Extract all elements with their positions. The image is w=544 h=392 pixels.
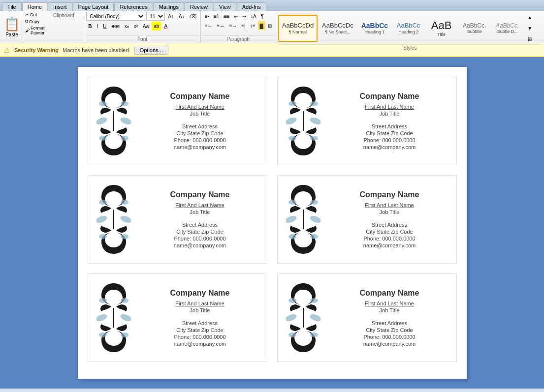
styles-scroll-up[interactable]: ▲: [525, 13, 534, 22]
justify-button[interactable]: ≡|: [239, 21, 247, 30]
italic-button[interactable]: I: [95, 22, 100, 30]
font-family-select[interactable]: Calibri (Body): [86, 12, 145, 21]
svg-point-31: [96, 313, 108, 322]
align-left-button[interactable]: ≡←: [203, 21, 215, 30]
card-logo: [94, 84, 133, 158]
card-address: Street Address: [182, 123, 218, 129]
svg-point-21: [288, 200, 296, 205]
change-case-button[interactable]: Aa: [141, 22, 151, 30]
svg-point-24: [286, 214, 297, 224]
svg-point-19: [99, 234, 107, 239]
card-city-state-zip: City State Zip Code: [366, 327, 413, 333]
card-job-title: Job Title: [190, 307, 210, 313]
tab-add-ins[interactable]: Add-Ins: [237, 2, 266, 11]
card-company-name: Company Name: [170, 92, 230, 101]
document-page: Company Name First And Last Name Job Tit…: [78, 67, 467, 379]
paste-button[interactable]: 📋 Paste: [2, 12, 22, 42]
increase-font-button[interactable]: A↑: [166, 12, 176, 21]
tab-mailings[interactable]: Mailings: [154, 2, 184, 11]
svg-point-32: [119, 313, 130, 322]
styles-more[interactable]: ⊞: [525, 34, 534, 43]
tab-references[interactable]: References: [114, 2, 153, 11]
card-address: Street Address: [372, 320, 407, 326]
style-heading1[interactable]: AaBbCc Heading 1: [358, 15, 391, 42]
superscript-button[interactable]: x²: [132, 22, 140, 30]
font-group: Calibri (Body) 11 A↑ A↓ ⌫ B I U abc x₂ x…: [84, 11, 200, 43]
increase-indent-button[interactable]: ⇥: [240, 12, 248, 21]
decrease-indent-button[interactable]: ⇤: [232, 12, 240, 21]
font-color-button[interactable]: A: [162, 22, 169, 30]
styles-scroll-down[interactable]: ▼: [525, 24, 534, 32]
format-painter-button[interactable]: 🖌 Format Painter: [24, 25, 46, 36]
copy-button[interactable]: ⧉ Copy: [24, 18, 46, 25]
style-heading2-label: Heading 2: [398, 30, 418, 34]
style-subtitle[interactable]: AaBbCc. Subtitle: [458, 15, 490, 42]
bold-button[interactable]: B: [86, 22, 94, 30]
style-title-label: Title: [437, 32, 446, 37]
subscript-button[interactable]: x₂: [123, 22, 131, 30]
decrease-font-button[interactable]: A↓: [177, 12, 187, 21]
tab-page-layout[interactable]: Page Layout: [73, 2, 114, 11]
style-normal-label: ¶ Normal: [289, 30, 307, 34]
style-no-spacing[interactable]: AaBbCcDc ¶ No Spaci...: [319, 15, 357, 42]
align-right-button[interactable]: ≡→: [227, 21, 239, 30]
card-email: name@company.com: [174, 242, 226, 248]
options-button[interactable]: Options...: [134, 46, 168, 55]
business-card: Company Name First And Last Name Job Tit…: [88, 77, 267, 165]
card-company-name: Company Name: [170, 190, 230, 199]
line-spacing-button[interactable]: ↕≡: [248, 21, 257, 30]
style-subtitle-preview: AaBbCc.: [463, 22, 486, 29]
svg-point-1: [121, 101, 128, 106]
style-subtle-label: Subtle D...: [497, 29, 518, 34]
font-row2: B I U abc x₂ x² Aa ab A: [86, 22, 198, 30]
security-warning-label: Security Warning: [14, 47, 59, 53]
align-center-button[interactable]: ≡↔: [215, 21, 227, 30]
clipboard-actions: ✂ Cut ⧉ Copy 🖌 Format Painter: [24, 12, 46, 42]
style-normal[interactable]: AaBbCcDd ¶ Normal: [278, 15, 318, 42]
styles-row: AaBbCcDd ¶ Normal AaBbCcDc ¶ No Spaci...…: [278, 12, 542, 44]
strikethrough-button[interactable]: abc: [110, 22, 122, 30]
tab-home[interactable]: Home: [22, 2, 47, 11]
show-paragraph-button[interactable]: ¶: [259, 12, 265, 21]
svg-point-7: [288, 101, 296, 106]
paste-icon: 📋: [4, 17, 20, 32]
style-title[interactable]: AaB Title: [425, 15, 457, 42]
ribbon-main: 📋 Paste ✂ Cut ⧉ Copy 🖌 Format Painter: [0, 11, 544, 43]
clear-format-button[interactable]: ⌫: [188, 12, 198, 21]
multilevel-button[interactable]: ≡≡: [222, 12, 231, 21]
highlight-button[interactable]: ab: [152, 22, 161, 30]
card-person-name: First And Last Name: [175, 202, 224, 208]
svg-point-39: [309, 313, 320, 322]
underline-button[interactable]: U: [101, 22, 108, 30]
font-size-select[interactable]: 11: [146, 12, 165, 21]
style-subtle[interactable]: AaBbCc. Subtle D...: [491, 15, 523, 42]
borders-button[interactable]: ⊞: [266, 21, 274, 30]
security-icon: ⚠: [4, 46, 10, 54]
cut-button[interactable]: ✂ Cut: [24, 12, 46, 18]
font-row1: Calibri (Body) 11 A↑ A↓ ⌫: [86, 12, 198, 21]
bullets-button[interactable]: ≡•: [203, 12, 211, 21]
card-city-state-zip: City State Zip Code: [176, 229, 223, 235]
tab-insert[interactable]: Insert: [48, 2, 72, 11]
card-company-name: Company Name: [360, 92, 419, 101]
numbering-button[interactable]: ≡1: [212, 12, 221, 21]
svg-point-12: [288, 136, 296, 141]
tab-review[interactable]: Review: [185, 2, 213, 11]
svg-point-38: [286, 313, 297, 322]
business-card: Company Name First And Last Name Job Tit…: [277, 175, 457, 264]
svg-point-34: [121, 332, 128, 337]
tab-view[interactable]: View: [214, 2, 236, 11]
cut-icon: ✂: [25, 12, 29, 17]
card-address: Street Address: [182, 320, 218, 326]
shading-button[interactable]: ▓: [258, 21, 265, 30]
style-heading2-preview: AaBbCc: [397, 22, 420, 30]
style-heading2[interactable]: AaBbCc Heading 2: [392, 15, 424, 42]
clipboard-group: 📋 Paste ✂ Cut ⧉ Copy 🖌 Format Painter: [0, 11, 84, 43]
svg-point-41: [310, 332, 318, 337]
tab-file[interactable]: File: [2, 2, 22, 11]
sort-button[interactable]: ↕A: [249, 12, 258, 21]
svg-point-36: [310, 298, 318, 303]
paragraph-group: ≡• ≡1 ≡≡ ⇤ ⇥ ↕A ¶ ≡← ≡↔ ≡→ ≡| ↕≡ ▓ ⊞: [201, 11, 276, 43]
svg-point-15: [121, 200, 128, 205]
svg-point-22: [310, 200, 318, 205]
